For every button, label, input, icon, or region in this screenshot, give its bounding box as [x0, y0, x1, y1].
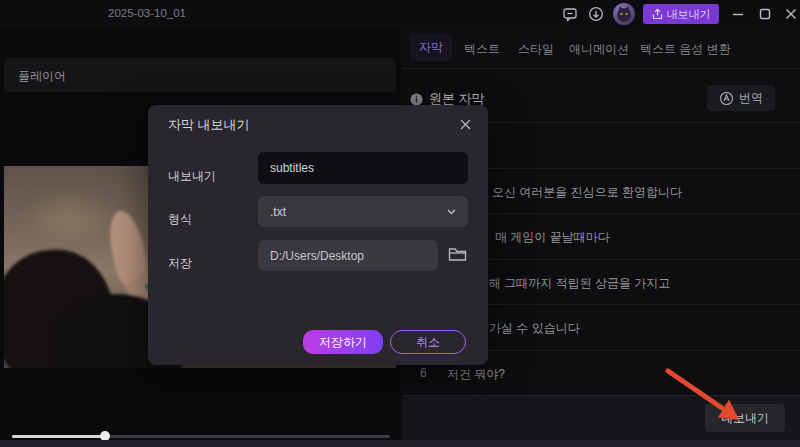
- chevron-down-icon: [447, 209, 456, 215]
- download-icon[interactable]: [588, 6, 604, 22]
- export-button-top[interactable]: 내보내기: [643, 4, 719, 24]
- player-header: 플레이어: [4, 58, 396, 92]
- tab-tts[interactable]: 텍스트 음성 변환: [640, 41, 731, 58]
- save-path-label: 저장: [168, 255, 192, 272]
- tab-style[interactable]: 스타일: [518, 41, 554, 58]
- titlebar: 2025-03-10_01 내보내기: [0, 0, 800, 28]
- tabs-bar: 자막 텍스트 스타일 애니메이션 텍스트 음성 변환: [402, 28, 800, 69]
- format-select[interactable]: .txt: [258, 196, 468, 227]
- tab-text[interactable]: 텍스트: [464, 41, 500, 58]
- tab-animation[interactable]: 애니메이션: [569, 41, 629, 58]
- save-path-input[interactable]: [258, 240, 438, 271]
- app-window: 2025-03-10_01 내보내기: [0, 0, 800, 447]
- share-icon: [652, 8, 663, 20]
- filename-label: 내보내기: [168, 168, 216, 185]
- translate-button[interactable]: 번역: [707, 85, 775, 111]
- format-label: 형식: [168, 211, 192, 228]
- minimize-icon[interactable]: [730, 6, 746, 22]
- cancel-button[interactable]: 취소: [390, 330, 466, 354]
- dialog-close-icon[interactable]: [459, 117, 473, 131]
- seek-bar-fill: [12, 435, 105, 438]
- save-confirm-button[interactable]: 저장하기: [303, 330, 383, 354]
- player-title: 플레이어: [18, 68, 66, 85]
- bottom-strip: [0, 440, 800, 447]
- project-title: 2025-03-10_01: [108, 7, 186, 19]
- seek-bar[interactable]: [12, 435, 390, 438]
- export-dialog: 자막 내보내기 내보내기 형식 .txt 저장 저장하기 취소: [148, 105, 488, 365]
- dialog-title: 자막 내보내기: [168, 116, 250, 134]
- browse-folder-icon[interactable]: [446, 244, 468, 266]
- close-icon[interactable]: [783, 6, 799, 22]
- user-avatar[interactable]: [613, 3, 635, 25]
- tab-subtitle[interactable]: 자막: [410, 34, 452, 61]
- info-icon: [410, 93, 423, 106]
- export-subtitles-button[interactable]: 내보내기: [705, 404, 785, 432]
- translate-icon: [719, 91, 734, 106]
- filename-input[interactable]: [258, 152, 468, 184]
- maximize-icon[interactable]: [757, 6, 773, 22]
- feedback-icon[interactable]: [562, 6, 578, 22]
